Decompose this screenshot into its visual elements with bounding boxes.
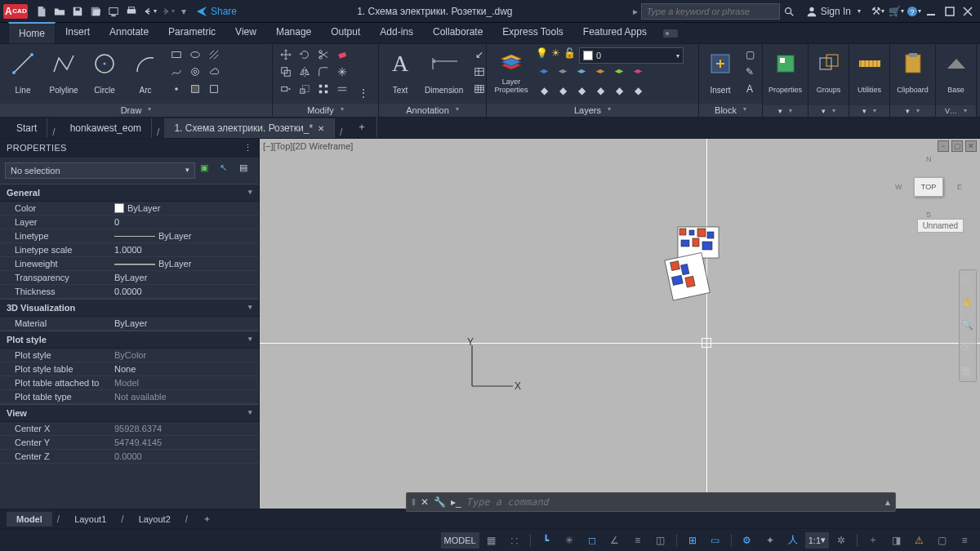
properties-button[interactable]: Properties: [768, 47, 804, 96]
add-layout-button[interactable]: ＋: [193, 510, 221, 527]
tab-express[interactable]: Express Tools: [492, 22, 572, 43]
file-tab-2[interactable]: 1. Схема электрики. Розетки_*✕: [164, 118, 335, 138]
redo-icon[interactable]: ▾: [159, 3, 176, 20]
layer-s6-icon[interactable]: ◆: [630, 83, 646, 98]
grid-icon[interactable]: ▦: [481, 531, 502, 549]
viewport-min-icon[interactable]: −: [938, 140, 949, 152]
panel-label-block[interactable]: Block: [699, 104, 762, 117]
help-search-input[interactable]: [641, 3, 780, 20]
layer-s5-icon[interactable]: ◆: [611, 83, 627, 98]
line-button[interactable]: Line: [5, 47, 41, 96]
utilities-button[interactable]: Utilities: [853, 47, 886, 96]
web-icon[interactable]: [105, 3, 122, 20]
annoscale-icon[interactable]: 人: [782, 531, 804, 549]
panel-label-layers[interactable]: Layers: [487, 104, 698, 117]
file-tab-start[interactable]: Start: [7, 118, 47, 138]
groups-button[interactable]: Groups: [813, 47, 845, 96]
panel-label-groups[interactable]: ▾: [808, 105, 849, 117]
panel-label-annotation[interactable]: Annotation: [379, 104, 486, 117]
layer-s3-icon[interactable]: ◆: [573, 83, 590, 98]
arc-button[interactable]: Arc: [127, 47, 163, 96]
nav-wheel-icon[interactable]: ◎: [961, 273, 974, 287]
maximize-button[interactable]: [941, 2, 959, 20]
tab-addins[interactable]: Add-ins: [370, 22, 423, 43]
dyninput-icon[interactable]: ⊞: [682, 531, 703, 549]
new-icon[interactable]: [33, 3, 50, 20]
file-tab-1[interactable]: honkawest_eom: [60, 118, 152, 138]
transparency-icon[interactable]: ◫: [650, 531, 671, 549]
panel-label-view[interactable]: V…: [936, 105, 976, 117]
polyline-button[interactable]: Polyline: [46, 47, 82, 96]
nav-showmotion-icon[interactable]: ▦: [961, 365, 974, 378]
navigation-bar[interactable]: ◎ ✋ 🔍 ⟳ ▦: [959, 269, 977, 382]
viewport-close-icon[interactable]: ✕: [965, 140, 977, 152]
panel-label-clipboard[interactable]: ▾: [890, 105, 935, 117]
wcs-label[interactable]: Unnamed: [917, 219, 964, 233]
tab-extension[interactable]: [657, 27, 684, 43]
offset-icon[interactable]: [334, 82, 350, 96]
layout-2[interactable]: Layout2: [129, 512, 180, 527]
mirror-icon[interactable]: [296, 64, 313, 79]
saveas-icon[interactable]: [87, 3, 104, 20]
panel-label-props[interactable]: ▾: [763, 105, 808, 117]
ellipse-icon[interactable]: [187, 47, 203, 62]
layout-model[interactable]: Model: [7, 512, 52, 527]
cat-plot[interactable]: Plot style: [0, 331, 259, 349]
tab-collaborate[interactable]: Collaborate: [423, 22, 492, 43]
spline-icon[interactable]: [168, 64, 185, 79]
layer-freeze-icon[interactable]: [573, 66, 590, 81]
nav-zoom-icon[interactable]: 🔍: [961, 319, 974, 332]
undo-icon[interactable]: ▾: [141, 3, 158, 20]
attr-icon[interactable]: A: [742, 82, 758, 96]
cart-icon[interactable]: 🛒▾: [888, 3, 904, 20]
dimension-button[interactable]: Dimension: [421, 47, 466, 96]
panel-label-modify[interactable]: Modify: [273, 104, 378, 117]
scale-button[interactable]: 1:1 ▾: [805, 532, 829, 549]
annomonitor-icon[interactable]: ✦: [760, 531, 781, 549]
workspace-icon[interactable]: ⚙: [737, 531, 758, 549]
modelspace-toggle[interactable]: MODEL: [441, 532, 479, 549]
layout-1[interactable]: Layout1: [65, 512, 116, 527]
pim-toggle-icon[interactable]: ▣: [200, 162, 215, 177]
fillet-icon[interactable]: [315, 64, 332, 79]
edit-block-icon[interactable]: ✎: [742, 64, 758, 79]
layer-prev-icon[interactable]: [630, 66, 646, 81]
share-button[interactable]: Share: [196, 6, 237, 17]
insert-block-button[interactable]: Insert: [704, 47, 737, 96]
open-icon[interactable]: [51, 3, 68, 20]
isolate-icon[interactable]: ◨: [885, 531, 906, 549]
cmd-customize-icon[interactable]: 🔧: [434, 496, 446, 508]
quick-select-icon[interactable]: ↖: [220, 162, 234, 177]
save-icon[interactable]: [69, 3, 86, 20]
search-icon[interactable]: [781, 3, 797, 20]
cleanscreen-icon[interactable]: ▢: [931, 531, 952, 549]
explode-icon[interactable]: [334, 64, 350, 79]
tab-insert[interactable]: Insert: [56, 22, 100, 43]
layer-off-icon[interactable]: [555, 66, 571, 81]
view-label[interactable]: [−][Top][2D Wireframe]: [263, 141, 353, 151]
snap-icon[interactable]: ⸬: [504, 531, 525, 549]
nav-orbit-icon[interactable]: ⟳: [961, 342, 974, 355]
scale-icon[interactable]: [296, 82, 313, 96]
cat-viz[interactable]: 3D Visualization: [0, 299, 259, 317]
gear2-icon[interactable]: ✲: [831, 531, 852, 549]
cat-general[interactable]: General: [0, 184, 259, 202]
layer-iso-icon[interactable]: [536, 66, 552, 81]
lines-icon[interactable]: ≡: [627, 531, 648, 549]
copy-icon[interactable]: [278, 64, 294, 79]
panel-label-utilities[interactable]: ▾: [849, 105, 889, 117]
move-icon[interactable]: [278, 47, 294, 62]
create-block-icon[interactable]: ▢: [742, 47, 758, 62]
tab-annotate[interactable]: Annotate: [100, 22, 158, 43]
stretch-icon[interactable]: [278, 82, 294, 96]
plot-icon[interactable]: [123, 3, 140, 20]
close-button[interactable]: [959, 2, 977, 20]
tab-parametric[interactable]: Parametric: [158, 22, 225, 43]
cat-view[interactable]: View: [0, 404, 259, 422]
point-icon[interactable]: [168, 82, 185, 96]
new-tab-button[interactable]: ＋: [347, 116, 377, 138]
command-line[interactable]: ⦀ ✕ 🔧 ▸_ ▴: [406, 492, 896, 512]
cmd-recent-icon[interactable]: ▴: [885, 496, 890, 508]
exchange-icon[interactable]: ⚒▾: [870, 3, 886, 20]
region-icon[interactable]: [187, 82, 203, 96]
